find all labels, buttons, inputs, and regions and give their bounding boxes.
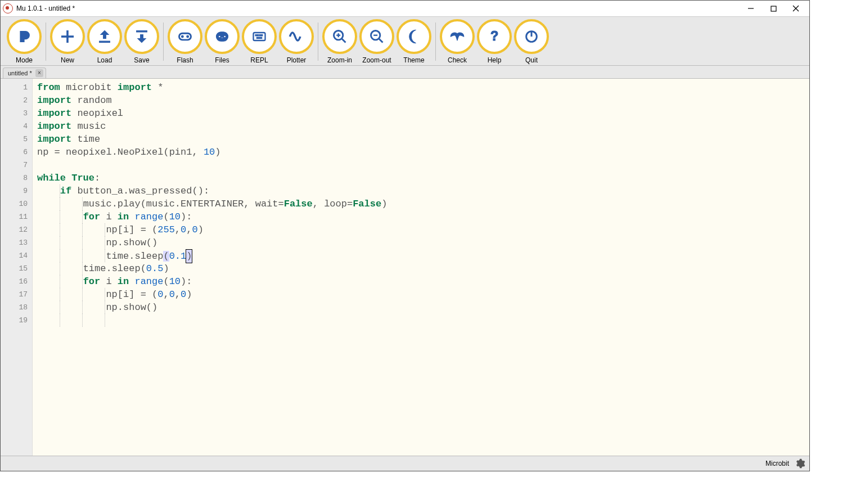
- help-icon: ?: [477, 19, 512, 54]
- code-line[interactable]: while True:: [37, 172, 387, 184]
- app-window: Mu 1.0.1 - untitled * ModeNewLoadSaveFla…: [0, 0, 810, 471]
- code-line[interactable]: np.show(): [37, 236, 387, 249]
- code-line[interactable]: np.show(): [37, 301, 387, 314]
- svg-line-18: [342, 39, 346, 43]
- zoom-out-icon: [359, 19, 394, 54]
- toolbar-group: Zoom-inZoom-outTheme: [319, 19, 434, 64]
- line-number: 15: [3, 262, 28, 275]
- code-line[interactable]: time.sleep(0.1): [37, 249, 387, 262]
- tabbar: untitled * ×: [1, 66, 809, 79]
- toolbar-button-label: Zoom-in: [327, 56, 352, 64]
- close-button[interactable]: [785, 1, 807, 16]
- toolbar-button-label: Save: [134, 56, 149, 64]
- toolbar-button-label: Load: [97, 56, 112, 64]
- svg-line-22: [379, 39, 383, 43]
- line-number: 14: [3, 249, 28, 262]
- code-line[interactable]: for i in range(10):: [37, 275, 387, 288]
- line-number: 6: [3, 146, 28, 159]
- line-number: 18: [3, 301, 28, 314]
- toolbar-group: NewLoadSave: [47, 19, 162, 64]
- tab-close-icon[interactable]: ×: [35, 69, 43, 77]
- toolbar-group: Mode: [4, 19, 44, 64]
- new-button[interactable]: New: [51, 19, 84, 64]
- svg-rect-7: [217, 32, 228, 41]
- svg-rect-1: [771, 6, 776, 11]
- code-line[interactable]: np = neopixel.NeoPixel(pin1, 10): [37, 146, 387, 159]
- editor-tab[interactable]: untitled * ×: [3, 68, 46, 78]
- line-number: 4: [3, 120, 28, 133]
- line-number: 17: [3, 288, 28, 301]
- help-button[interactable]: ?Help: [477, 19, 511, 64]
- code-line[interactable]: if button_a.was_pressed():: [37, 184, 387, 197]
- theme-button[interactable]: Theme: [397, 19, 431, 64]
- code-line[interactable]: time.sleep(0.5): [37, 262, 387, 275]
- flash-button[interactable]: Flash: [168, 19, 202, 64]
- line-number: 10: [3, 197, 28, 210]
- repl-button[interactable]: REPL: [242, 19, 276, 64]
- code-line[interactable]: [37, 159, 387, 172]
- toolbar-button-label: Files: [215, 56, 229, 64]
- tab-label: untitled *: [8, 70, 32, 76]
- line-number: 3: [3, 107, 28, 120]
- code-line[interactable]: import music: [37, 120, 387, 133]
- quit-button[interactable]: Quit: [515, 19, 548, 64]
- svg-rect-14: [259, 35, 260, 36]
- line-number: 19: [3, 314, 28, 327]
- svg-point-5: [181, 35, 183, 38]
- toolbar-button-label: Theme: [403, 56, 424, 64]
- titlebar: Mu 1.0.1 - untitled *: [1, 1, 809, 17]
- toolbar-button-label: Help: [488, 56, 502, 64]
- settings-gear-icon[interactable]: [794, 457, 806, 470]
- code-editor[interactable]: 12345678910111213141516171819 from micro…: [1, 79, 809, 456]
- toolbar-separator: [163, 22, 164, 61]
- plotter-button[interactable]: Plotter: [280, 19, 313, 64]
- plotter-icon: [279, 19, 314, 54]
- code-line[interactable]: np[i] = (0,0,0): [37, 288, 387, 301]
- new-icon: [50, 19, 85, 54]
- svg-rect-16: [256, 37, 262, 38]
- line-number: 9: [3, 184, 28, 197]
- code-line[interactable]: import neopixel: [37, 107, 387, 120]
- svg-point-9: [224, 35, 226, 38]
- toolbar-button-label: REPL: [250, 56, 268, 64]
- statusbar: Microbit: [1, 456, 809, 471]
- check-button[interactable]: Check: [440, 19, 474, 64]
- line-number: 13: [3, 236, 28, 249]
- toolbar-button-label: Zoom-out: [362, 56, 391, 64]
- repl-icon: [242, 19, 277, 54]
- toolbar-button-label: Check: [448, 56, 467, 64]
- code-line[interactable]: from microbit import *: [37, 81, 387, 94]
- svg-rect-15: [262, 35, 263, 36]
- code-line[interactable]: import random: [37, 94, 387, 107]
- mode-button[interactable]: Mode: [7, 19, 41, 64]
- toolbar-button-label: Mode: [16, 56, 33, 64]
- code-line[interactable]: music.play(music.ENTERTAINER, wait=False…: [37, 197, 387, 210]
- toolbar-group: Check?HelpQuit: [437, 19, 552, 64]
- code-line[interactable]: for i in range(10):: [37, 210, 387, 223]
- code-area[interactable]: from microbit import *import randomimpor…: [33, 79, 391, 456]
- load-button[interactable]: Load: [88, 19, 121, 64]
- maximize-button[interactable]: [762, 1, 785, 16]
- toolbar-button-label: New: [61, 56, 74, 64]
- line-number: 8: [3, 172, 28, 184]
- svg-rect-12: [255, 35, 256, 36]
- code-line[interactable]: import time: [37, 133, 387, 146]
- line-number: 5: [3, 133, 28, 146]
- status-mode: Microbit: [765, 460, 789, 467]
- svg-text:?: ?: [490, 29, 498, 43]
- code-line[interactable]: np[i] = (255,0,0): [37, 223, 387, 236]
- line-number: 12: [3, 223, 28, 236]
- app-icon: [3, 3, 13, 14]
- toolbar-group: FlashFilesREPLPlotter: [165, 19, 317, 64]
- minimize-button[interactable]: [740, 1, 762, 16]
- zoom-in-icon: [322, 19, 357, 54]
- save-button[interactable]: Save: [125, 19, 159, 64]
- files-button[interactable]: Files: [205, 19, 239, 64]
- code-line[interactable]: [37, 314, 387, 327]
- load-icon: [87, 19, 122, 54]
- svg-rect-13: [258, 35, 259, 36]
- zoom-out-button[interactable]: Zoom-out: [360, 19, 394, 64]
- svg-point-6: [187, 35, 189, 38]
- zoom-in-button[interactable]: Zoom-in: [323, 19, 357, 64]
- svg-point-8: [218, 35, 220, 38]
